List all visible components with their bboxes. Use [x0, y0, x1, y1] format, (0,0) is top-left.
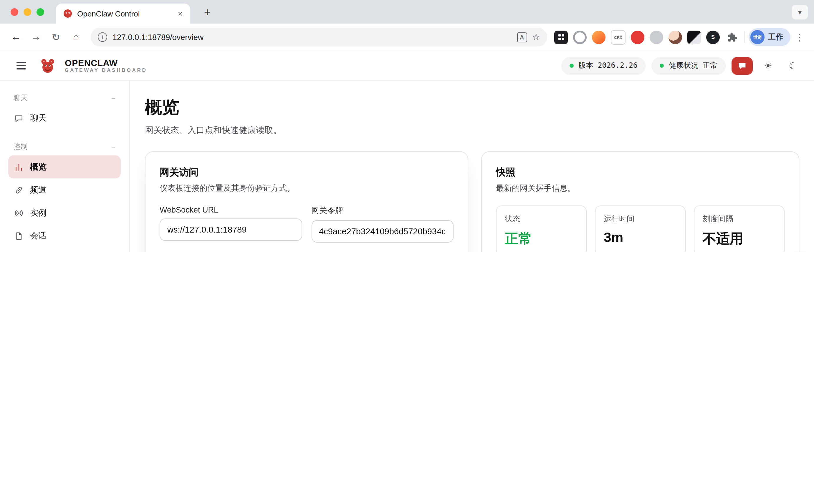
extensions-row: CRX S: [552, 30, 741, 44]
browser-toolbar: ← → ↻ ⌂ i 127.0.0.1:18789/overview A ☆ C…: [0, 24, 814, 51]
hamburger-menu-icon[interactable]: [12, 56, 31, 75]
brand: OPENCLAW GATEWAY DASHBOARD: [65, 58, 147, 74]
uptime-tile-label: 运行时间: [604, 214, 677, 224]
profile-label: 工作: [768, 32, 783, 42]
window-close-button[interactable]: [11, 8, 18, 16]
sidebar-item-instances[interactable]: 实例: [8, 201, 121, 224]
brand-title: OPENCLAW: [65, 58, 147, 68]
websocket-url-field: WebSocket URL: [160, 205, 302, 243]
extension-photo-icon[interactable]: [687, 30, 701, 44]
chat-bubble-icon: [737, 61, 747, 70]
openclaw-logo: [39, 57, 57, 74]
tab-close-icon[interactable]: ×: [175, 8, 185, 19]
dark-theme-moon-icon[interactable]: ☾: [783, 56, 802, 75]
extensions-puzzle-icon[interactable]: [725, 30, 739, 44]
tick-interval-tile-value: 不适用: [703, 230, 776, 248]
gateway-card-subtitle: 仪表板连接的位置及其身份验证方式。: [160, 183, 454, 194]
main-content: 概览 网关状态、入口点和快速健康读取。 网关访问 仪表板连接的位置及其身份验证方…: [130, 81, 814, 252]
snapshot-card-subtitle: 最新的网关握手信息。: [496, 183, 785, 194]
version-label: 版本 2026.2.26: [578, 61, 638, 71]
translate-icon[interactable]: A: [517, 32, 527, 42]
snapshot-card: 快照 最新的网关握手信息。 状态 正常 运行时间 3m 刻度间隔: [481, 151, 799, 252]
sidebar-item-channels[interactable]: 频道: [8, 178, 121, 201]
page-title: 概览: [145, 96, 799, 120]
light-theme-sun-icon[interactable]: ☀: [759, 56, 777, 75]
browser-tab[interactable]: OpenClaw Control ×: [56, 4, 190, 24]
sidebar-section-control: 控制 − 概览 频道 实例 会话: [8, 137, 121, 252]
extension-orange-icon[interactable]: [592, 30, 606, 44]
url-text[interactable]: 127.0.0.1:18789/overview: [112, 33, 203, 42]
tick-interval-tile: 刻度间隔 不适用: [694, 205, 785, 252]
toolbar-divider: [745, 31, 745, 43]
forward-icon[interactable]: →: [26, 27, 46, 47]
gateway-card-title: 网关访问: [160, 166, 454, 179]
version-badge: 版本 2026.2.26: [561, 57, 646, 74]
browser-profile-chip[interactable]: 世奇 工作: [749, 28, 790, 46]
collapse-icon[interactable]: −: [111, 94, 115, 102]
browser-menu-kebab-icon[interactable]: ⋮: [790, 28, 808, 46]
tick-interval-tile-label: 刻度间隔: [703, 214, 776, 224]
bar-chart-icon: [14, 162, 24, 172]
gateway-access-card: 网关访问 仪表板连接的位置及其身份验证方式。 WebSocket URL 网关令…: [145, 151, 468, 252]
status-tile-value: 正常: [505, 230, 578, 248]
health-status-dot: [660, 64, 664, 68]
reload-icon[interactable]: ↻: [46, 27, 66, 47]
bookmark-star-icon[interactable]: ☆: [532, 32, 540, 42]
websocket-url-input[interactable]: [160, 218, 302, 241]
new-tab-button[interactable]: +: [199, 4, 215, 21]
window-zoom-button[interactable]: [37, 8, 44, 16]
sidebar-item-usage[interactable]: 使用情况: [8, 247, 121, 252]
sidebar-item-chat[interactable]: 聊天: [8, 107, 121, 130]
app-header: OPENCLAW GATEWAY DASHBOARD 版本 2026.2.26 …: [0, 51, 814, 81]
sidebar: 聊天 − 聊天 控制 − 概览 频道: [0, 81, 130, 252]
status-tile: 状态 正常: [496, 205, 587, 252]
chat-icon: [14, 113, 24, 123]
sidebar-section-chat: 聊天 − 聊天: [8, 88, 121, 130]
address-bar[interactable]: i 127.0.0.1:18789/overview A ☆: [91, 28, 547, 47]
extension-gray-icon[interactable]: [650, 30, 663, 44]
version-status-dot: [570, 64, 574, 68]
gateway-token-label: 网关令牌: [311, 205, 454, 216]
window-controls: [11, 8, 44, 16]
tab-search-chevron-icon[interactable]: ▾: [792, 5, 808, 19]
profile-avatar: 世奇: [750, 30, 765, 44]
sidebar-item-sessions[interactable]: 会话: [8, 224, 121, 247]
window-minimize-button[interactable]: [24, 8, 31, 16]
tab-favicon: [63, 9, 72, 18]
extension-grid-icon[interactable]: [554, 30, 568, 44]
tab-title: OpenClaw Control: [77, 9, 170, 18]
status-tile-label: 状态: [505, 214, 578, 224]
gateway-token-field: 网关令牌: [311, 205, 454, 243]
uptime-tile: 运行时间 3m: [595, 205, 686, 252]
document-icon: [14, 231, 24, 241]
site-info-icon[interactable]: i: [98, 32, 107, 42]
extension-ring-icon[interactable]: [573, 30, 587, 44]
sidebar-item-overview[interactable]: 概览: [8, 155, 121, 178]
uptime-tile-value: 3m: [604, 230, 677, 246]
extension-s-icon[interactable]: S: [706, 30, 720, 44]
collapse-icon[interactable]: −: [111, 143, 115, 151]
health-label: 健康状况 正常: [669, 61, 717, 71]
chat-bubble-button[interactable]: [732, 57, 753, 74]
snapshot-card-title: 快照: [496, 166, 785, 179]
section-label-chat: 聊天: [14, 93, 28, 103]
home-icon[interactable]: ⌂: [66, 27, 86, 47]
broadcast-icon: [14, 208, 24, 218]
websocket-url-label: WebSocket URL: [160, 205, 302, 214]
link-icon: [14, 185, 24, 195]
gateway-token-input[interactable]: [311, 220, 454, 243]
page-subtitle: 网关状态、入口点和快速健康读取。: [145, 125, 799, 136]
brand-subtitle: GATEWAY DASHBOARD: [65, 68, 147, 74]
section-label-control: 控制: [14, 142, 28, 152]
screen: OpenClaw Control × + ▾ ← → ↻ ⌂ i 127.0.0…: [0, 0, 814, 252]
browser-tab-strip: OpenClaw Control × + ▾: [0, 0, 814, 24]
extension-avatar-icon[interactable]: [669, 30, 682, 44]
extension-crx-icon[interactable]: CRX: [611, 30, 626, 44]
health-badge: 健康状况 正常: [652, 57, 726, 74]
back-icon[interactable]: ←: [6, 27, 26, 47]
extension-adblock-icon[interactable]: [631, 30, 644, 44]
